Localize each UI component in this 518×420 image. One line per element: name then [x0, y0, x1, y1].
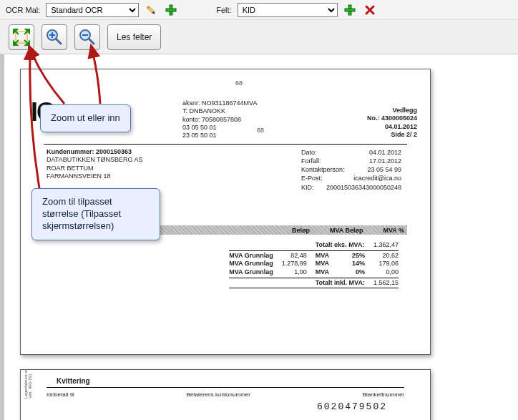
- attachment-info: Vedlegg No.: 4300005024 04.01.2012 Side …: [367, 107, 417, 139]
- add-template-button[interactable]: [163, 2, 179, 18]
- page-marker: 68: [257, 127, 264, 134]
- svg-line-23: [89, 39, 94, 44]
- vat-row: MVA Grunnlag82,48MVA25%20,62: [225, 252, 403, 260]
- add-field-button[interactable]: [342, 2, 358, 18]
- zoom-out-icon: [78, 28, 97, 47]
- felt-label: Felt:: [216, 6, 231, 14]
- vat-row: MVA Grunnlag1.278,99MVA14%179,06: [225, 260, 403, 268]
- ocr-mal-combo[interactable]: Standard OCR: [46, 3, 139, 17]
- remove-icon: [364, 4, 376, 16]
- vedlegg-label: Vedlegg: [392, 107, 417, 114]
- plus-icon: [165, 4, 177, 16]
- vat-summary: Totalt eks. MVA:1.362,47 MVA Grunnlag82,…: [225, 241, 403, 289]
- toolbar-zoom-row: Les felter: [0, 20, 518, 54]
- org-bank: T: DNBANOKK: [182, 107, 257, 115]
- remove-field-button[interactable]: [362, 2, 378, 18]
- blankett-number: 6020479502: [317, 401, 387, 412]
- read-fields-button[interactable]: Les felter: [107, 24, 161, 50]
- svg-rect-6: [345, 9, 355, 11]
- org-phone1: 03 05 50 01: [182, 124, 257, 132]
- side-print-label: Lagerfaktura avVilk. 400-791: [24, 369, 32, 399]
- vedlegg-date: 04.01.2012: [385, 123, 417, 130]
- zoom-in-button[interactable]: [41, 24, 67, 50]
- callout-zoom-fit: Zoom til tilpasset størrelse (Tilpasset …: [31, 188, 160, 240]
- ocr-mal-label: OCR Mal:: [6, 6, 40, 14]
- callout-text: Zoom til tilpasset størrelse (Tilpasset …: [42, 196, 121, 231]
- receipt-page: Lagerfaktura avVilk. 400-791 Kvittering …: [20, 369, 431, 420]
- callout-text: Zoom ut eller inn: [51, 112, 120, 123]
- meta-values: 04.01.2012 17.01.2012 23 05 54 99 icacre…: [326, 148, 401, 192]
- toolbar-ocr-row: OCR Mal: Standard OCR Felt: KID: [0, 0, 518, 20]
- org-account: konto: 70580857808: [182, 116, 257, 124]
- vat-row: MVA Grunnlag1,00MVA0%0,00: [225, 268, 403, 277]
- page-marker: 68: [235, 79, 243, 87]
- svg-line-19: [56, 39, 61, 44]
- zoom-in-icon: [45, 28, 64, 47]
- fit-screen-icon: [13, 29, 30, 46]
- zoom-fit-button[interactable]: [9, 24, 34, 50]
- receipt-title: Kvittering: [57, 377, 90, 385]
- divider: [47, 387, 404, 388]
- edit-template-button[interactable]: [143, 2, 159, 18]
- vedlegg-page: Side 2/ 2: [391, 131, 417, 138]
- zoom-out-button[interactable]: [74, 24, 100, 50]
- org-info: aksnr: NO931186744MVA T: DNBANOKK konto:…: [182, 99, 257, 140]
- org-phone2: 23 05 50 01: [182, 132, 257, 140]
- org-vat: aksnr: NO931186744MVA: [182, 99, 257, 107]
- receipt-columns: Innbetalt til Betalerens kontonummer Bla…: [47, 391, 404, 398]
- callout-zoom-in-out: Zoom ut eller inn: [40, 104, 131, 132]
- svg-rect-4: [166, 9, 176, 11]
- pencil-icon: [145, 4, 157, 16]
- customer-address: Kundenummer: 2000150363 DATABUTIKKEN TØN…: [47, 148, 143, 180]
- plus-icon: [344, 4, 356, 16]
- divider: [44, 144, 407, 145]
- felt-combo[interactable]: KID: [238, 3, 338, 17]
